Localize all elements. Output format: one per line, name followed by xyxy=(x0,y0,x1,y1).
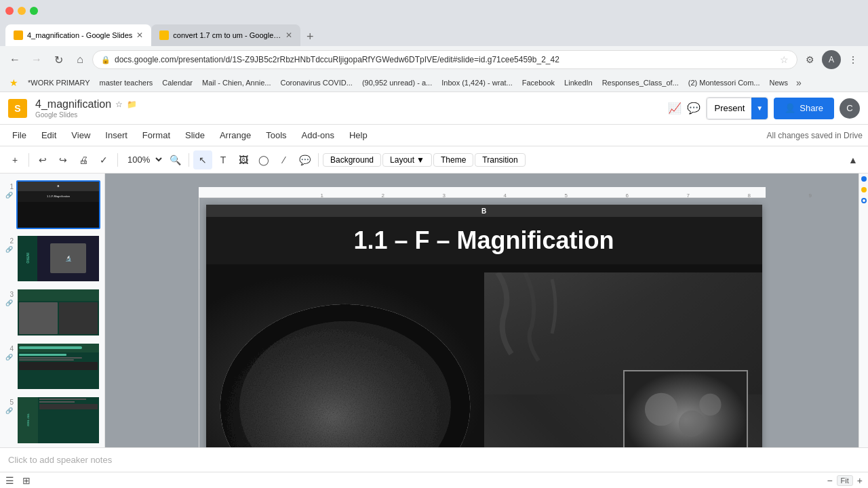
slide-thumb-5[interactable]: TRY THIS! xyxy=(16,396,100,445)
slide-item-5[interactable]: 5 🔗 TRY THIS! xyxy=(3,394,102,446)
bookmark-unread[interactable]: (90,952 unread) - a... xyxy=(358,77,436,88)
zoom-search-btn[interactable]: 🔍 xyxy=(165,150,184,169)
bookmarks-bar: ★ *WORK PRIMARY master teachers Calendar… xyxy=(0,73,868,92)
slide-item-3[interactable]: 3 🔗 xyxy=(3,287,102,338)
menu-file[interactable]: File xyxy=(5,127,33,143)
slide-thumb-4[interactable] xyxy=(16,342,100,391)
forward-button[interactable]: → xyxy=(27,50,46,69)
slide-link-icon-2: 🔗 xyxy=(5,246,13,253)
slide-item-4[interactable]: 4 🔗 xyxy=(3,341,102,392)
menu-slide[interactable]: Slide xyxy=(178,127,212,143)
print-btn[interactable]: 🖨 xyxy=(74,150,93,169)
speaker-notes-placeholder[interactable]: Click to add speaker notes xyxy=(8,455,112,465)
slide-canvas-inner: B 1.1 – F – Magnification xyxy=(206,205,762,447)
undo-btn[interactable]: ↩ xyxy=(33,150,52,169)
present-dropdown[interactable]: ▼ xyxy=(751,98,768,119)
bookmark-covid[interactable]: Coronavirus COVID... xyxy=(277,77,357,88)
back-button[interactable]: ← xyxy=(5,50,24,69)
menu-insert[interactable]: Insert xyxy=(98,127,134,143)
cursor-btn[interactable]: ↖ xyxy=(193,150,212,169)
zoom-fit-btn[interactable]: Fit xyxy=(837,475,853,486)
close-btn[interactable] xyxy=(5,7,14,15)
star-icon[interactable]: ☆ xyxy=(115,100,123,109)
tab-google[interactable]: convert 1.7 cm to um - Google ... ✕ xyxy=(151,24,300,46)
redo-btn[interactable]: ↪ xyxy=(54,150,73,169)
text-btn[interactable]: T xyxy=(214,150,233,169)
bookmark-montessori[interactable]: (2) Montessori Com... xyxy=(684,77,764,88)
bookmark-responses[interactable]: Responses_Class_of... xyxy=(598,77,683,88)
menu-arrange[interactable]: Arrange xyxy=(213,127,258,143)
comment-btn[interactable]: 💬 xyxy=(295,150,314,169)
sidebar-dot-outline[interactable] xyxy=(861,198,867,203)
home-button[interactable]: ⌂ xyxy=(71,50,90,69)
top-bar-letter: B xyxy=(481,207,486,215)
bookmarks-more[interactable]: » xyxy=(796,77,802,88)
menu-view[interactable]: View xyxy=(64,127,97,143)
user-avatar[interactable]: C xyxy=(840,98,860,119)
line-btn[interactable]: ∕ xyxy=(275,150,294,169)
image-btn[interactable]: 🖼 xyxy=(234,150,253,169)
tab-google-close[interactable]: ✕ xyxy=(285,30,292,40)
menu-edit[interactable]: Edit xyxy=(35,127,63,143)
bookmark-star[interactable]: ☆ xyxy=(780,54,789,65)
bookmark-teachers-label: master teachers xyxy=(99,79,153,87)
bookmark-linkedin[interactable]: LinkedIn xyxy=(560,77,597,88)
minimize-btn[interactable] xyxy=(18,7,26,15)
add-slide-btn[interactable]: + xyxy=(5,150,24,169)
zoom-out-btn[interactable]: − xyxy=(827,475,832,486)
sep3 xyxy=(189,153,189,167)
menu-addons[interactable]: Add-ons xyxy=(295,127,341,143)
new-tab-button[interactable]: + xyxy=(300,27,319,46)
slide-canvas-area[interactable]: B 1.1 – F – Magnification xyxy=(199,198,769,447)
bookmark-calendar[interactable]: Calendar xyxy=(158,77,197,88)
title-bar xyxy=(0,0,868,22)
bookmark-responses-label: Responses_Class_of... xyxy=(602,79,679,87)
slide-canvas[interactable]: B 1.1 – F – Magnification xyxy=(206,205,762,447)
shape-btn[interactable]: ◯ xyxy=(254,150,273,169)
address-bar[interactable]: 🔒 docs.google.com/presentation/d/1S-Z9JB… xyxy=(92,50,797,69)
menu-icon[interactable]: ⋮ xyxy=(844,50,863,69)
spell-check-btn[interactable]: ✓ xyxy=(94,150,113,169)
bookmark-work[interactable]: *WORK PRIMARY xyxy=(24,77,94,88)
slide-thumb-2[interactable]: INTRO 🔬 xyxy=(16,235,100,283)
folder-icon[interactable]: 📁 xyxy=(127,100,137,109)
maximize-btn[interactable] xyxy=(30,7,38,15)
slides-view-icon[interactable]: ☰ xyxy=(5,475,14,486)
tab-slides-close[interactable]: ✕ xyxy=(136,30,143,40)
bookmark-inbox[interactable]: Inbox (1,424) - wrat... xyxy=(437,77,517,88)
menu-format[interactable]: Format xyxy=(136,127,177,143)
bookmark-facebook[interactable]: Facebook xyxy=(518,77,559,88)
slide-item-1[interactable]: 1 🔗 B 1.1-F-Magnification xyxy=(3,179,102,230)
slide-item-2[interactable]: 2 🔗 INTRO 🔬 xyxy=(3,233,102,285)
bookmark-work-label: *WORK PRIMARY xyxy=(28,79,90,87)
collapse-toolbar-btn[interactable]: ▲ xyxy=(844,150,863,169)
svg-point-6 xyxy=(678,411,705,437)
bookmark-news[interactable]: News xyxy=(766,77,793,88)
slide-thumb-3[interactable] xyxy=(16,288,100,337)
canvas-scroll-area[interactable]: 1 2 3 4 5 6 7 8 9 -4 -3 xyxy=(105,174,859,447)
slide-title-area[interactable]: 1.1 – F – Magnification xyxy=(206,217,762,264)
menu-help[interactable]: Help xyxy=(342,127,374,143)
zoom-select[interactable]: 100% 75% 50% xyxy=(122,152,164,167)
speaker-notes-area[interactable]: Click to add speaker notes xyxy=(0,447,868,472)
zoom-in-btn[interactable]: + xyxy=(857,475,863,486)
bookmark-teachers[interactable]: master teachers xyxy=(95,77,157,88)
reload-button[interactable]: ↻ xyxy=(49,50,68,69)
bookmark-mail[interactable]: Mail - Chien, Annie... xyxy=(198,77,275,88)
present-button[interactable]: Present xyxy=(707,98,752,119)
menu-tools[interactable]: Tools xyxy=(259,127,293,143)
extensions-icon[interactable]: ⚙ xyxy=(800,50,819,69)
tab-slides[interactable]: 4_magnification - Google Slides ✕ xyxy=(5,24,151,46)
sidebar-dot-yellow[interactable] xyxy=(861,187,867,192)
share-button[interactable]: 👤 Share xyxy=(774,98,834,119)
layout-btn[interactable]: Layout ▼ xyxy=(382,153,432,167)
background-btn[interactable]: Background xyxy=(323,153,381,167)
transition-btn[interactable]: Transition xyxy=(475,153,525,167)
theme-btn[interactable]: Theme xyxy=(433,153,473,167)
grid-view-icon[interactable]: ⊞ xyxy=(22,475,31,486)
profile-icon[interactable]: A xyxy=(822,50,841,69)
comments-icon[interactable]: 💬 xyxy=(687,102,701,115)
sidebar-dot-blue[interactable] xyxy=(861,176,867,182)
slide-thumb-1[interactable]: B 1.1-F-Magnification xyxy=(16,180,100,229)
analytics-icon[interactable]: 📈 xyxy=(668,102,682,115)
